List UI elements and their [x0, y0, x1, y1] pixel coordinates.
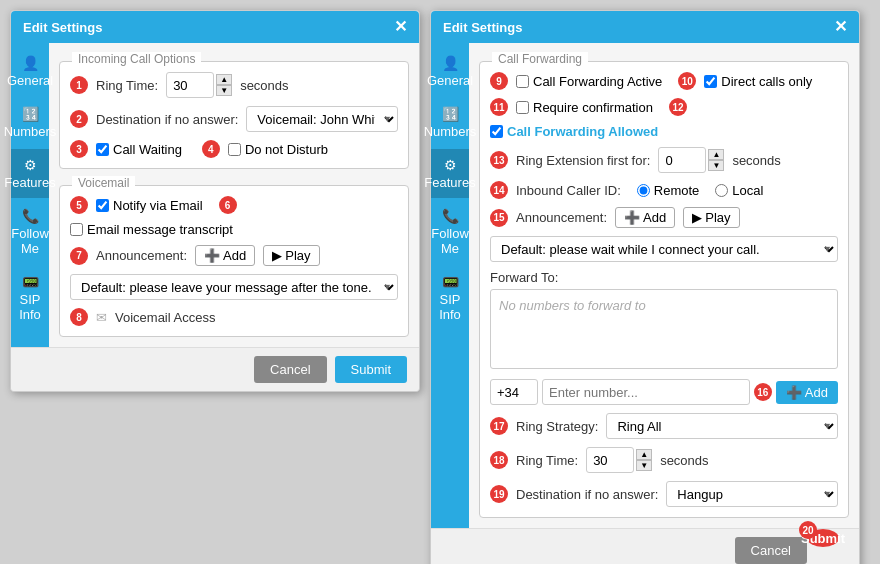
do-not-disturb-checkbox[interactable] — [228, 143, 241, 156]
sidebar-label-features: Features — [4, 175, 55, 190]
right-sidebar-sipinfo[interactable]: 📟 SIP Info — [431, 266, 469, 330]
right-dialog-header: Edit Settings ✕ — [431, 11, 859, 43]
left-content: Incoming Call Options 1 Ring Time: ▲ ▼ s… — [49, 43, 419, 347]
direct-calls-checkbox[interactable] — [704, 75, 717, 88]
ring-ext-down[interactable]: ▼ — [708, 160, 724, 171]
r-ring-time-label: Ring Time: — [516, 453, 578, 468]
ring-time-up[interactable]: ▲ — [216, 74, 232, 85]
notify-email-checkbox[interactable] — [96, 199, 109, 212]
left-close-button[interactable]: ✕ — [394, 19, 407, 35]
phone-number-input[interactable] — [542, 379, 750, 405]
left-dialog-title: Edit Settings — [23, 20, 102, 35]
r-announcement-select[interactable]: Default: please wait while I connect you… — [490, 236, 838, 262]
fwd-active-label[interactable]: Call Forwarding Active — [516, 74, 662, 89]
call-forwarding-section: Call Forwarding 9 Call Forwarding Active… — [479, 61, 849, 518]
right-sidebar-features[interactable]: ⚙ Features — [431, 149, 469, 198]
sidebar-item-followme[interactable]: 📞 Follow Me — [11, 200, 49, 264]
dest-label: Destination if no answer: — [96, 112, 238, 127]
left-sidebar: 👤 General 🔢 Numbers ⚙ Features 📞 Follow … — [11, 43, 49, 347]
r-announcement-dropdown-row: Default: please wait while I connect you… — [490, 236, 838, 262]
fwd-allowed-label[interactable]: Call Forwarding Allowed — [490, 124, 658, 139]
left-cancel-button[interactable]: Cancel — [254, 356, 326, 383]
country-code-input[interactable] — [490, 379, 538, 405]
notify-email-label[interactable]: Notify via Email — [96, 198, 203, 213]
badge-4: 4 — [202, 140, 220, 158]
right-dialog-title: Edit Settings — [443, 20, 522, 35]
announcement-play-button[interactable]: ▶ Play — [263, 245, 319, 266]
badge-6: 6 — [219, 196, 237, 214]
ring-ext-spinner: ▲ ▼ — [708, 149, 724, 171]
badge-8: 8 — [70, 308, 88, 326]
r-ring-time-down[interactable]: ▼ — [636, 460, 652, 471]
right-sidebar-general[interactable]: 👤 General — [431, 47, 469, 96]
ring-time-row: 1 Ring Time: ▲ ▼ seconds — [70, 72, 398, 98]
r-sipinfo-icon: 📟 — [442, 274, 459, 290]
r-ring-time-up[interactable]: ▲ — [636, 449, 652, 460]
incoming-call-section: Incoming Call Options 1 Ring Time: ▲ ▼ s… — [59, 61, 409, 169]
r-add-button[interactable]: ➕ Add — [615, 207, 675, 228]
sidebar-label-general: General — [7, 73, 53, 88]
ring-time-input[interactable] — [166, 72, 214, 98]
remote-text: Remote — [654, 183, 700, 198]
r-ring-time-wrap: ▲ ▼ — [586, 447, 652, 473]
call-waiting-checkbox[interactable] — [96, 143, 109, 156]
r-ring-time-unit: seconds — [660, 453, 708, 468]
ring-ext-input[interactable] — [658, 147, 706, 173]
fwd-allowed-text: Call Forwarding Allowed — [507, 124, 658, 139]
ring-strategy-select[interactable]: Ring All — [606, 413, 838, 439]
remote-label[interactable]: Remote — [637, 183, 700, 198]
right-submit-button[interactable]: 20 Submit — [807, 529, 839, 547]
right-cancel-button[interactable]: Cancel — [735, 537, 807, 564]
r-announcement-label: Announcement: — [516, 210, 607, 225]
announcement-select[interactable]: Default: please leave your message after… — [70, 274, 398, 300]
remote-radio[interactable] — [637, 184, 650, 197]
r-dest-select[interactable]: Hangup — [666, 481, 838, 507]
r-announcement-row: 15 Announcement: ➕ Add ▶ Play — [490, 207, 838, 228]
local-radio[interactable] — [715, 184, 728, 197]
right-sidebar-numbers[interactable]: 🔢 Numbers — [431, 98, 469, 147]
inbound-caller-row: 14 Inbound Caller ID: Remote Local — [490, 181, 838, 199]
announcement-add-button[interactable]: ➕ Add — [195, 245, 255, 266]
r-dest-label: Destination if no answer: — [516, 487, 658, 502]
forward-add-button[interactable]: ➕ Add — [776, 381, 838, 404]
fwd-allowed-checkbox[interactable] — [490, 125, 503, 138]
require-confirm-checkbox[interactable] — [516, 101, 529, 114]
r-ring-time-input[interactable] — [586, 447, 634, 473]
r-dest-select-wrap: Hangup — [666, 481, 838, 507]
email-transcript-checkbox[interactable] — [70, 223, 83, 236]
fwd-active-row: 9 Call Forwarding Active 10 Direct calls… — [490, 72, 838, 90]
left-submit-button[interactable]: Submit — [335, 356, 407, 383]
dest-no-answer-select[interactable]: Voicemail: John White — [246, 106, 398, 132]
badge-7: 7 — [70, 247, 88, 265]
right-content: Call Forwarding 9 Call Forwarding Active… — [469, 43, 859, 528]
ring-time-unit: seconds — [240, 78, 288, 93]
play-icon: ▶ — [272, 248, 282, 263]
require-confirm-text: Require confirmation — [533, 100, 653, 115]
require-confirm-row: 11 Require confirmation 12 Call Forwardi… — [490, 98, 838, 139]
incoming-call-title: Incoming Call Options — [72, 52, 201, 66]
call-waiting-label[interactable]: Call Waiting — [96, 142, 182, 157]
do-not-disturb-label[interactable]: Do not Disturb — [228, 142, 328, 157]
ring-ext-label: Ring Extension first for: — [516, 153, 650, 168]
ring-ext-up[interactable]: ▲ — [708, 149, 724, 160]
sidebar-item-numbers[interactable]: 🔢 Numbers — [11, 98, 49, 147]
sidebar-item-sipinfo[interactable]: 📟 SIP Info — [11, 266, 49, 330]
ring-time-label: Ring Time: — [96, 78, 158, 93]
sidebar-item-features[interactable]: ⚙ Features — [11, 149, 49, 198]
right-sidebar-followme[interactable]: 📞 Follow Me — [431, 200, 469, 264]
direct-calls-label[interactable]: Direct calls only — [704, 74, 812, 89]
r-play-button[interactable]: ▶ Play — [683, 207, 739, 228]
dest-select-wrap: Voicemail: John White — [246, 106, 398, 132]
sipinfo-icon: 📟 — [22, 274, 39, 290]
followme-icon: 📞 — [22, 208, 39, 224]
fwd-active-text: Call Forwarding Active — [533, 74, 662, 89]
sidebar-item-general[interactable]: 👤 General — [11, 47, 49, 96]
right-close-button[interactable]: ✕ — [834, 19, 847, 35]
require-confirm-label[interactable]: Require confirmation — [516, 100, 653, 115]
fwd-active-checkbox[interactable] — [516, 75, 529, 88]
r-followme-icon: 📞 — [442, 208, 459, 224]
ring-time-down[interactable]: ▼ — [216, 85, 232, 96]
forward-to-label: Forward To: — [490, 270, 558, 285]
email-transcript-label[interactable]: Email message transcript — [70, 222, 233, 237]
local-label[interactable]: Local — [715, 183, 763, 198]
